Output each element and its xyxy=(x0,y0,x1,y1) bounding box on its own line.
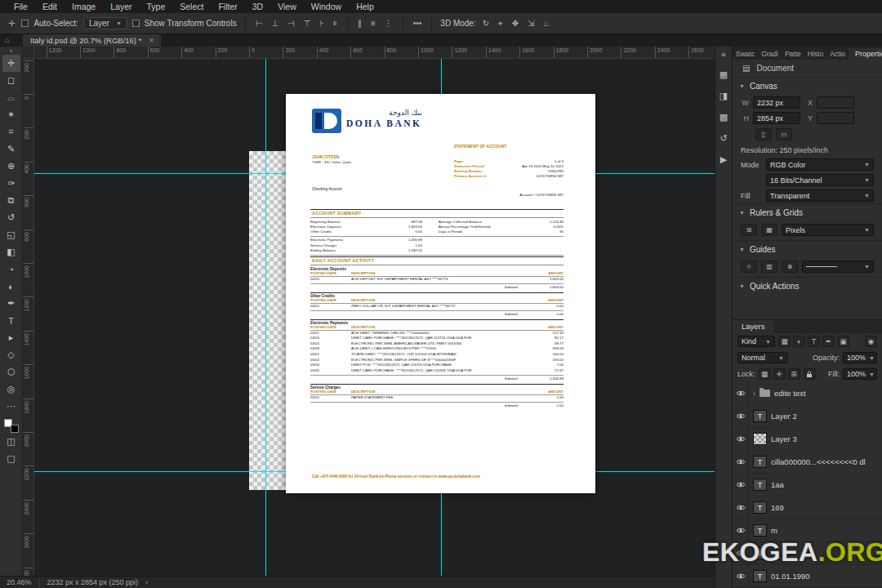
tab-layers[interactable]: Layers xyxy=(733,320,774,333)
layer-row[interactable]: ›edite text xyxy=(733,382,882,405)
swatches-panel-icon[interactable]: ▦ xyxy=(719,69,728,80)
status-chevron-icon[interactable]: › xyxy=(145,578,148,586)
ruler-units-select[interactable]: Pixels▼ xyxy=(782,224,874,236)
lock-all-icon[interactable] xyxy=(804,368,816,380)
menu-view[interactable]: View xyxy=(270,2,304,11)
portrait-orientation-icon[interactable]: ▯ xyxy=(755,128,772,140)
canvas-section-header[interactable]: ▼ Canvas xyxy=(733,77,882,95)
grid-toggle-icon[interactable]: ▦ xyxy=(761,224,777,236)
align-icon-1[interactable]: ⊥ xyxy=(270,19,280,28)
menu-window[interactable]: Window xyxy=(304,2,349,11)
layer-row[interactable]: Layer 3 xyxy=(733,428,882,451)
hand-tool-icon[interactable]: ⬡ xyxy=(2,363,20,381)
home-icon[interactable]: ⌂ xyxy=(5,35,10,44)
align-icon-4[interactable]: ⊦ xyxy=(318,19,326,28)
canvas-area[interactable]: بنك الدوحة DOHA BANK STATEMENT OF ACCOUN… xyxy=(34,59,715,576)
brush-tool-icon[interactable]: ✑ xyxy=(2,175,20,192)
layer-row[interactable]: Tcilla000000...<<<<<<<<0 dl xyxy=(733,451,882,474)
layer-filter-kind-select[interactable]: Kind▼ xyxy=(737,336,775,347)
color-swatches[interactable] xyxy=(4,419,19,433)
layer-visibility-toggle[interactable] xyxy=(733,497,749,519)
rulers-grids-section-header[interactable]: ▼ Rulers & Grids xyxy=(733,203,882,221)
panel-tab-properties[interactable]: Properties xyxy=(849,48,882,60)
auto-select-checkbox[interactable] xyxy=(21,20,29,27)
panel-tab-actio[interactable]: Actio xyxy=(826,48,849,60)
layer-visibility-toggle[interactable] xyxy=(733,565,749,588)
edit-toolbar-icon[interactable]: ⋯ xyxy=(2,398,20,415)
align-icon-3[interactable]: ⊤ xyxy=(302,19,313,28)
panel-tab-swatc[interactable]: Swatc xyxy=(733,48,758,60)
blur-tool-icon[interactable]: ◔ xyxy=(2,261,20,278)
panel-tab-patte[interactable]: Patte xyxy=(782,48,804,60)
vertical-guide[interactable] xyxy=(441,59,442,94)
menu-filter[interactable]: Filter xyxy=(211,2,244,11)
3d-mode-icon-2[interactable]: ✥ xyxy=(510,19,520,29)
menu-type[interactable]: Type xyxy=(139,2,172,11)
actions-panel-icon[interactable]: ▶ xyxy=(720,154,727,165)
panel-tab-gradi[interactable]: Gradi xyxy=(758,48,782,60)
gradient-tool-icon[interactable]: ◧ xyxy=(2,243,20,261)
menu-layer[interactable]: Layer xyxy=(103,2,139,11)
close-icon[interactable]: × xyxy=(149,36,154,45)
layer-row[interactable]: T169 xyxy=(733,497,882,519)
zoom-level[interactable]: 20.46% xyxy=(7,578,32,586)
layer-visibility-toggle[interactable] xyxy=(733,428,749,451)
collapse-panels-icon[interactable]: « xyxy=(721,49,726,59)
distribute-icon-1[interactable]: ≡ xyxy=(369,19,377,28)
eyedropper-tool-icon[interactable]: ✎ xyxy=(2,140,20,158)
align-icon-5[interactable]: ⊧ xyxy=(332,19,339,28)
shape-tool-icon[interactable]: ◇ xyxy=(2,346,20,363)
menu-help[interactable]: Help xyxy=(349,2,381,11)
distribute-icon-0[interactable]: ∥ xyxy=(356,19,363,28)
canvas-width-field[interactable]: 2232 px xyxy=(753,96,800,109)
document-tab[interactable]: Italy id.psd @ 20.7% (RGB/16) * × xyxy=(23,34,161,47)
lasso-tool-icon[interactable]: ⌓ xyxy=(2,89,20,106)
menu-3d[interactable]: 3D xyxy=(245,2,270,11)
history-brush-tool-icon[interactable]: ↺ xyxy=(2,209,20,226)
layer-filter-icon-1[interactable]: ◐ xyxy=(793,336,805,347)
guides-section-header[interactable]: ▼ Guides xyxy=(733,240,882,258)
patterns-panel-icon[interactable]: ▩ xyxy=(719,112,728,122)
healing-brush-tool-icon[interactable]: ⊕ xyxy=(2,158,20,175)
color-mode-select[interactable]: RGB Color▼ xyxy=(766,158,874,171)
panel-tab-histo[interactable]: Histo xyxy=(804,48,826,60)
3d-mode-icon-0[interactable]: ↻ xyxy=(481,19,491,29)
marquee-tool-icon[interactable]: ◻ xyxy=(2,72,20,89)
quick-mask-icon[interactable]: ◫ xyxy=(2,433,20,450)
ruler-toggle-icon[interactable]: ⊞ xyxy=(741,224,757,236)
layer-visibility-toggle[interactable] xyxy=(733,451,749,474)
lock-icon-1[interactable]: ✛ xyxy=(773,368,786,380)
background-color-swatch[interactable] xyxy=(11,425,19,433)
3d-mode-icon-4[interactable]: ⌂ xyxy=(542,19,550,29)
canvas-height-field[interactable]: 2854 px xyxy=(753,112,800,124)
group-expand-icon[interactable]: › xyxy=(753,390,755,398)
pen-tool-icon[interactable]: ✒ xyxy=(2,295,20,312)
align-icon-2[interactable]: ⊣ xyxy=(286,19,296,28)
crop-tool-icon[interactable]: ⌗ xyxy=(2,123,20,140)
menu-select[interactable]: Select xyxy=(172,2,211,11)
layer-filter-icon-2[interactable]: T xyxy=(808,336,820,347)
lock-icon-0[interactable]: ▦ xyxy=(759,368,771,380)
zoom-tool-icon[interactable]: ◎ xyxy=(2,381,20,398)
dodge-tool-icon[interactable]: ◐ xyxy=(2,278,20,295)
smart-guides-icon[interactable]: ▥ xyxy=(761,261,777,273)
clear-guides-icon[interactable]: ⊗ xyxy=(782,261,798,273)
magic-wand-tool-icon[interactable]: ✶ xyxy=(2,106,20,123)
layer-filter-icon-4[interactable]: ▣ xyxy=(837,336,849,347)
layer-visibility-toggle[interactable] xyxy=(733,382,749,405)
auto-select-dropdown[interactable]: Layer ▼ xyxy=(83,17,127,29)
layer-visibility-toggle[interactable] xyxy=(733,474,749,497)
fill-field[interactable]: 100%▼ xyxy=(843,368,877,380)
3d-mode-icon-1[interactable]: ⌖ xyxy=(497,19,505,29)
show-transform-checkbox[interactable] xyxy=(132,20,140,27)
path-select-tool-icon[interactable]: ▸ xyxy=(2,329,20,346)
move-tool-icon[interactable]: ✛ xyxy=(2,55,20,72)
bit-depth-select[interactable]: 16 Bits/Channel▼ xyxy=(766,174,874,186)
guide-style-select[interactable]: ▼ xyxy=(802,261,874,273)
align-icon-0[interactable]: ⊢ xyxy=(254,19,265,28)
opacity-field[interactable]: 100%▼ xyxy=(843,352,877,363)
layer-row[interactable]: TLayer 2 xyxy=(733,405,882,428)
history-panel-icon[interactable]: ↺ xyxy=(719,133,727,144)
guides-toggle-icon[interactable]: ⊹ xyxy=(741,261,757,273)
3d-mode-icon-3[interactable]: ⇲ xyxy=(526,19,536,29)
